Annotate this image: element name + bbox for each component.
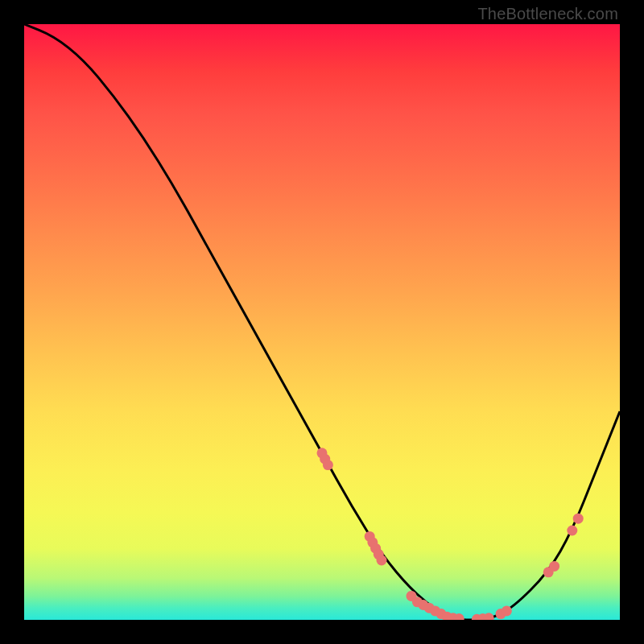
- chart-gradient-background: [24, 24, 620, 620]
- chart-plot-area: [24, 24, 620, 620]
- watermark-text: TheBottleneck.com: [477, 5, 618, 23]
